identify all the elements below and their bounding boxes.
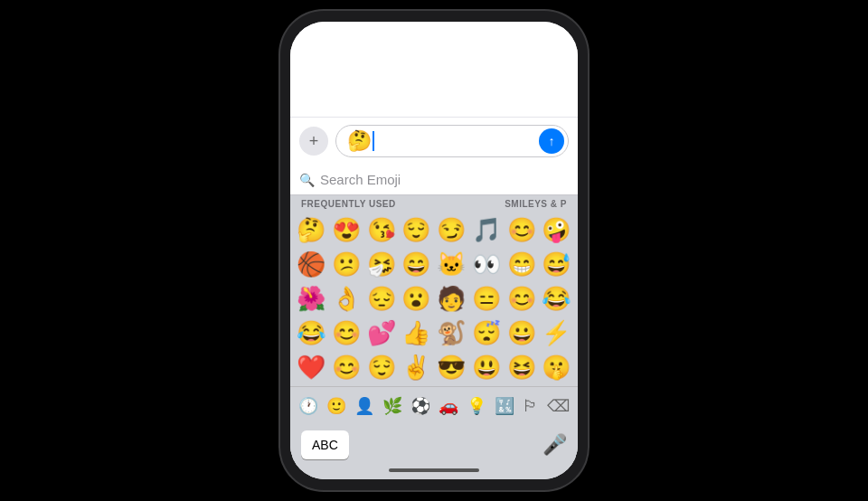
send-icon: ↑ xyxy=(549,134,555,148)
emoji-open-mouth[interactable]: 😮 xyxy=(399,281,433,316)
emoji-sleeping[interactable]: 😴 xyxy=(469,316,504,350)
text-cursor xyxy=(373,131,374,151)
keyboard-bottom-row: ABC 🎤 xyxy=(290,425,578,468)
emoji-relieved[interactable]: 😌 xyxy=(399,213,433,247)
search-icon: 🔍 xyxy=(299,173,315,187)
emoji-joy[interactable]: 😂 xyxy=(539,281,573,316)
toolbar-delete-icon[interactable]: ⌫ xyxy=(543,392,573,420)
toolbar-objects-icon[interactable]: 💡 xyxy=(463,392,490,420)
emoji-heart[interactable]: ❤️ xyxy=(294,350,328,384)
emoji-grid: 🤔 😍 😘 😌 😏 🎵 😊 🤪 🏀 😕 🤧 😄 🐱 👀 😁 😅 🌺 xyxy=(290,211,578,386)
emoji-two-hearts[interactable]: 💕 xyxy=(364,316,399,350)
emoji-smile4[interactable]: 😊 xyxy=(329,350,363,384)
emoji-sweat-smile[interactable]: 😅 xyxy=(539,247,573,281)
phone-screen: + 🤔 ↑ 🔍 Search Emoji FREQUENTLY USED SMI… xyxy=(290,22,578,479)
emoji-ok-hand[interactable]: 👌 xyxy=(329,281,363,316)
emoji-kiss[interactable]: 😘 xyxy=(364,213,399,247)
search-placeholder: Search Emoji xyxy=(320,172,401,187)
emoji-relieved2[interactable]: 😌 xyxy=(364,350,399,384)
emoji-grin[interactable]: 😄 xyxy=(399,247,433,281)
frequently-used-label: FREQUENTLY USED xyxy=(301,199,396,209)
message-input-field[interactable]: 🤔 ↑ xyxy=(335,125,569,157)
toolbar-nature-icon[interactable]: 🌿 xyxy=(379,392,406,420)
emoji-zany[interactable]: 🤪 xyxy=(539,213,573,247)
emoji-smile3[interactable]: 😊 xyxy=(329,316,363,350)
emoji-category-toolbar: 🕐 🙂 👤 🌿 ⚽ 🚗 💡 🔣 🏳 ⌫ xyxy=(290,386,578,425)
emoji-monkey[interactable]: 🐒 xyxy=(434,316,468,350)
section-header: FREQUENTLY USED SMILEYS & P xyxy=(290,195,578,211)
emoji-basketball[interactable]: 🏀 xyxy=(294,247,328,281)
emoji-smile[interactable]: 😊 xyxy=(505,213,539,247)
emoji-expressionless[interactable]: 😑 xyxy=(469,281,504,316)
emoji-pensive[interactable]: 😔 xyxy=(364,281,399,316)
toolbar-flags-icon[interactable]: 🏳 xyxy=(519,393,542,420)
emoji-smirk[interactable]: 😏 xyxy=(434,213,468,247)
home-bar xyxy=(290,468,578,479)
emoji-grinning[interactable]: 😁 xyxy=(505,247,539,281)
toolbar-people-icon[interactable]: 👤 xyxy=(351,392,378,420)
emoji-shushing[interactable]: 🤫 xyxy=(539,350,573,384)
plus-button[interactable]: + xyxy=(299,127,328,156)
microphone-icon[interactable]: 🎤 xyxy=(542,433,567,457)
emoji-person[interactable]: 🧑 xyxy=(434,281,468,316)
emoji-sunglasses[interactable]: 😎 xyxy=(434,350,468,384)
toolbar-recent-icon[interactable]: 🕐 xyxy=(295,392,322,420)
emoji-joy2[interactable]: 😂 xyxy=(294,316,328,350)
emoji-laughing[interactable]: 😆 xyxy=(505,350,539,384)
emoji-grinning2[interactable]: 😀 xyxy=(505,316,539,350)
abc-key[interactable]: ABC xyxy=(301,430,349,459)
send-button[interactable]: ↑ xyxy=(539,128,564,154)
phone-frame: + 🤔 ↑ 🔍 Search Emoji FREQUENTLY USED SMI… xyxy=(280,11,588,490)
toolbar-sports-icon[interactable]: ⚽ xyxy=(407,392,434,420)
emoji-sneezing[interactable]: 🤧 xyxy=(364,247,399,281)
emoji-eyes[interactable]: 👀 xyxy=(469,247,504,281)
emoji-heart-eyes[interactable]: 😍 xyxy=(329,213,363,247)
emoji-cat[interactable]: 🐱 xyxy=(434,247,468,281)
emoji-search-bar[interactable]: 🔍 Search Emoji xyxy=(290,165,578,195)
emoji-zap[interactable]: ⚡ xyxy=(539,316,573,350)
message-bar: + 🤔 ↑ xyxy=(290,117,578,165)
home-indicator xyxy=(389,468,479,472)
emoji-confused[interactable]: 😕 xyxy=(329,247,363,281)
smileys-label: SMILEYS & P xyxy=(505,199,567,209)
emoji-thumbsup[interactable]: 👍 xyxy=(399,316,433,350)
top-area xyxy=(290,22,578,117)
emoji-smiley[interactable]: 😃 xyxy=(469,350,504,384)
emoji-thinking[interactable]: 🤔 xyxy=(294,213,328,247)
toolbar-smiley-icon[interactable]: 🙂 xyxy=(323,392,350,420)
emoji-smile2[interactable]: 😊 xyxy=(505,281,539,316)
message-emoji: 🤔 xyxy=(347,131,372,151)
emoji-hibiscus[interactable]: 🌺 xyxy=(294,281,328,316)
toolbar-symbols-icon[interactable]: 🔣 xyxy=(491,392,518,420)
toolbar-travel-icon[interactable]: 🚗 xyxy=(435,392,462,420)
emoji-music[interactable]: 🎵 xyxy=(469,213,504,247)
emoji-victory[interactable]: ✌️ xyxy=(399,350,433,384)
emoji-keyboard: 🔍 Search Emoji FREQUENTLY USED SMILEYS &… xyxy=(290,165,578,479)
